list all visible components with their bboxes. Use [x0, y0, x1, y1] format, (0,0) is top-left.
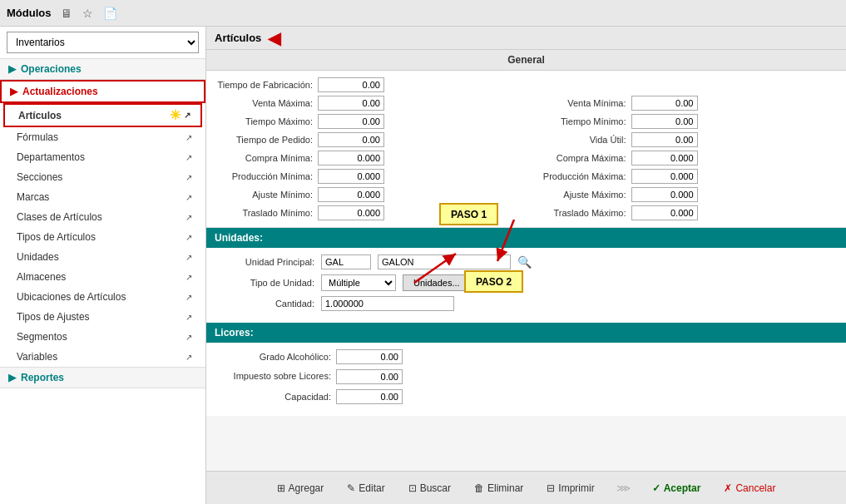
label-impuesto: Impuesto sobre Licores: [215, 371, 331, 382]
sidebar-item-secciones[interactable]: Secciones ↗ [0, 167, 205, 187]
secciones-label: Secciones [17, 171, 62, 183]
sidebar-item-marcas[interactable]: Marcas ↗ [0, 187, 205, 207]
input-tiempo-maximo[interactable] [318, 114, 384, 129]
sidebar-item-departamentos[interactable]: Departamentos ↗ [0, 147, 205, 167]
sidebar-item-unidades[interactable]: Unidades ↗ [0, 247, 205, 267]
row-tiempo-fabricacion: Tiempo de Fabricación: [213, 77, 527, 92]
buscar-icon: ⊡ [408, 482, 417, 494]
input-compra-minima[interactable] [318, 151, 384, 166]
input-traslado-minimo[interactable] [318, 205, 384, 220]
aceptar-button[interactable]: ✓ Aceptar [647, 480, 706, 497]
sidebar-item-tipos-articulos[interactable]: Tipos de Artículos ↗ [0, 227, 205, 247]
paso1-arrow [481, 220, 547, 269]
starburst-icon: ✳ [170, 107, 181, 123]
content-title: Artículos [215, 32, 261, 44]
input-impuesto[interactable] [336, 369, 403, 384]
marcas-label: Marcas [17, 191, 49, 203]
sidebar-section-operaciones[interactable]: ▶ Operaciones [0, 58, 205, 80]
buscar-label: Buscar [420, 482, 451, 494]
row-impuesto: Impuesto sobre Licores: [215, 369, 838, 384]
modules-title: Módulos [7, 7, 51, 19]
monitor-icon[interactable]: 🖥 [61, 7, 72, 20]
ext-icon-secciones: ↗ [186, 173, 192, 182]
agregar-icon: ⊞ [277, 482, 285, 494]
input-unidad-code[interactable] [321, 254, 371, 269]
sidebar-item-tipos-ajustes[interactable]: Tipos de Ajustes ↗ [0, 307, 205, 327]
editar-button[interactable]: ✎ Editar [342, 480, 389, 497]
star-icon[interactable]: ☆ [82, 7, 93, 20]
arrow-reportes-icon: ▶ [8, 372, 16, 383]
row-grado: Grado Alcohólico: [215, 349, 838, 364]
top-bar: Módulos 🖥 ☆ 📄 [0, 0, 846, 27]
label-vida-util: Vida Útil: [527, 135, 626, 145]
sidebar-item-articulos[interactable]: Artículos ✳ ↗ [3, 103, 202, 127]
licores-section-header: Licores: [206, 323, 846, 343]
actualizaciones-label: Actualizaciones [22, 86, 98, 97]
ext-icon-clases: ↗ [186, 213, 192, 222]
input-produccion-minima[interactable] [318, 169, 384, 184]
label-unidad-principal: Unidad Principal: [215, 257, 314, 267]
label-ajuste-minimo: Ajuste Mínimo: [213, 190, 313, 200]
label-compra-maxima: Compra Máxima: [527, 153, 626, 163]
sidebar-section-actualizaciones[interactable]: ▶ Actualizaciones [0, 80, 205, 103]
sidebar-item-almacenes[interactable]: Almacenes ↗ [0, 267, 205, 287]
almacenes-label: Almacenes [17, 271, 66, 283]
imprimir-button[interactable]: ⊟ Imprimir [542, 480, 599, 497]
module-dropdown[interactable]: Inventarios [7, 32, 199, 53]
eliminar-button[interactable]: 🗑 Eliminar [469, 480, 528, 497]
ext-icon-almacenes: ↗ [186, 273, 192, 282]
tipo-unidad-select[interactable]: Múltiple [321, 274, 396, 291]
label-ajuste-maximo: Ajuste Máximo: [527, 190, 626, 200]
input-tiempo-pedido[interactable] [318, 132, 384, 147]
row-compra-maxima: Compra Máxima: [527, 151, 840, 166]
row-tiempo-pedido: Tiempo de Pedido: [213, 132, 527, 147]
content-body[interactable]: General Tiempo de Fabricación: [206, 50, 846, 471]
ext-icon-formulas: ↗ [186, 133, 192, 142]
editar-label: Editar [359, 482, 384, 494]
content-header: Artículos ◀ [206, 27, 846, 50]
sidebar-section-reportes[interactable]: ▶ Reportes [0, 367, 205, 388]
sidebar-item-formulas[interactable]: Fórmulas ↗ [0, 127, 205, 147]
agregar-button[interactable]: ⊞ Agregar [272, 480, 329, 497]
row-traslado-maximo: Traslado Máximo: [527, 205, 840, 220]
row-ajuste-minimo: Ajuste Mínimo: [213, 187, 527, 202]
row-produccion-maxima: Producción Máxima: [527, 169, 840, 184]
sidebar-item-ubicaciones[interactable]: Ubicaciones de Artículos ↗ [0, 287, 205, 307]
buscar-button[interactable]: ⊡ Buscar [403, 480, 456, 497]
label-grado: Grado Alcohólico: [215, 352, 331, 362]
input-cantidad[interactable] [321, 296, 454, 311]
sidebar-item-variables[interactable]: Variables ↗ [0, 347, 205, 367]
licores-section-label: Licores: [215, 327, 254, 338]
cancelar-button[interactable]: ✗ Cancelar [719, 480, 780, 497]
label-tiempo-maximo: Tiempo Máximo: [213, 116, 313, 126]
label-tiempo-pedido: Tiempo de Pedido: [213, 135, 313, 145]
input-ajuste-maximo[interactable] [631, 187, 698, 202]
content-area: Artículos ◀ General Tiempo de Fabricació… [206, 27, 846, 504]
input-venta-minima[interactable] [631, 96, 698, 111]
general-section-header: General [206, 50, 846, 71]
ext-icon-departamentos: ↗ [186, 153, 192, 162]
imprimir-icon: ⊟ [547, 482, 555, 494]
input-grado[interactable] [336, 349, 403, 364]
sidebar-item-clases[interactable]: Clases de Artículos ↗ [0, 207, 205, 227]
input-compra-maxima[interactable] [631, 151, 698, 166]
label-traslado-minimo: Traslado Mínimo: [213, 208, 313, 218]
aceptar-icon: ✓ [652, 482, 660, 494]
input-produccion-maxima[interactable] [631, 169, 698, 184]
sidebar-item-segmentos[interactable]: Segmentos ↗ [0, 327, 205, 347]
label-venta-minima: Venta Mínima: [527, 98, 626, 108]
input-tiempo-minimo[interactable] [631, 114, 698, 129]
label-tipo-unidad: Tipo de Unidad: [215, 278, 314, 288]
document-icon[interactable]: 📄 [103, 7, 117, 20]
input-venta-maxima[interactable] [318, 96, 384, 111]
label-traslado-maximo: Traslado Máximo: [527, 208, 626, 218]
input-tiempo-fabricacion[interactable] [318, 77, 384, 92]
input-capacidad[interactable] [336, 389, 403, 404]
input-traslado-maximo[interactable] [631, 205, 698, 220]
imprimir-label: Imprimir [558, 482, 594, 494]
paso1-label: PASO 1 [439, 203, 498, 225]
input-vida-util[interactable] [631, 132, 698, 147]
editar-icon: ✎ [347, 482, 355, 494]
input-ajuste-minimo[interactable] [318, 187, 384, 202]
aceptar-label: Aceptar [664, 482, 701, 494]
